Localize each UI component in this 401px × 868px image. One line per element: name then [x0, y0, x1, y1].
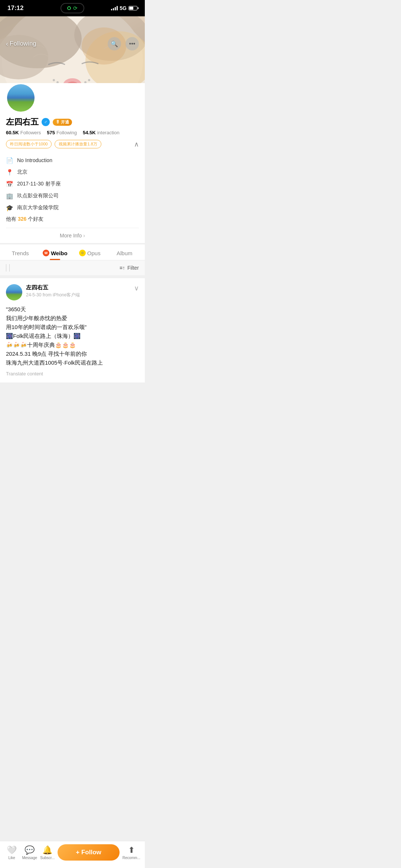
- username: 左四右五: [6, 116, 39, 128]
- date-icon: 📅: [6, 180, 13, 188]
- nav-right-actions: 🔍 •••: [108, 37, 139, 50]
- ellipsis-icon: •••: [129, 40, 136, 47]
- search-button[interactable]: 🔍: [108, 37, 121, 50]
- post-username[interactable]: 左四右五: [26, 284, 80, 291]
- profile-section: 左四右五 ♂ 🎖 开通 60.5K Followers 575 Followin…: [0, 83, 145, 243]
- opus-icon: ⚙: [79, 250, 86, 256]
- tab-trends[interactable]: Trends: [3, 244, 38, 260]
- tab-weibo[interactable]: W Weibo: [38, 244, 73, 260]
- intro-icon: 📄: [6, 157, 13, 164]
- more-info-chevron-icon: ›: [83, 233, 85, 239]
- avatar[interactable]: [6, 83, 36, 113]
- tab-album[interactable]: Album: [107, 244, 142, 260]
- interaction-label: interaction: [97, 130, 120, 135]
- collapse-icon[interactable]: ∧: [134, 140, 139, 148]
- network-type: 5G: [120, 5, 127, 11]
- friends-count: 326: [18, 216, 26, 222]
- info-intro: 📄 No Introduction: [6, 154, 139, 166]
- stats-row: 60.5K Followers 575 Following 54.5K inte…: [6, 130, 139, 135]
- interaction-count: 54.5K: [83, 130, 96, 135]
- tags-row: 昨日阅读数小于1000 视频累计播放量1.8万 ∧: [6, 140, 139, 148]
- school-text: 南京大学金陵学院: [17, 204, 59, 211]
- company-text: 玖点影业有限公司: [17, 193, 59, 199]
- vip-badge: 🎖 开通: [53, 119, 72, 126]
- dynamic-island: ⟳: [61, 3, 84, 13]
- post-date-source: 24-5-30 from iPhone客户端: [26, 292, 80, 298]
- post-expand-icon[interactable]: ∨: [134, 284, 139, 292]
- filter-button[interactable]: ≡↑ Filter: [120, 265, 139, 271]
- signal-icon: [111, 6, 118, 10]
- status-right: 5G: [111, 5, 137, 11]
- post-source: from iPhone客户端: [43, 292, 80, 297]
- followers-count: 60.5K: [6, 130, 19, 135]
- post-content: "3650天我们用少年般赤忱的热爱用10年的时间谱成的一首欢乐颂"🎆Folk民谣…: [6, 305, 139, 367]
- followers-label: Followers: [20, 130, 41, 135]
- post-user-info: 左四右五 24-5-30 from iPhone客户端: [6, 284, 80, 300]
- filter-dividers: [6, 264, 10, 272]
- svg-point-12: [53, 79, 55, 81]
- battery-icon: [128, 6, 137, 10]
- post-date: 24-5-30: [26, 292, 41, 297]
- tag-reads[interactable]: 昨日阅读数小于1000: [6, 140, 52, 148]
- following-stat[interactable]: 575 Following: [47, 130, 77, 135]
- post-text: "3650天我们用少年般赤忱的热爱用10年的时间谱成的一首欢乐颂"🎆Folk民谣…: [6, 306, 103, 366]
- more-info-button[interactable]: More Info ›: [6, 228, 139, 243]
- location-icon: 📍: [6, 168, 13, 176]
- weibo-icon: W: [43, 250, 49, 256]
- search-icon: 🔍: [111, 40, 118, 47]
- tab-trends-label: Trends: [12, 250, 29, 256]
- divider-1: [6, 264, 6, 272]
- back-chevron-icon: ‹: [6, 40, 8, 48]
- tag-views[interactable]: 视频累计播放量1.8万: [55, 140, 101, 148]
- avatar-row: [6, 83, 139, 113]
- tab-opus-label: Opus: [87, 250, 101, 256]
- followers-stat[interactable]: 60.5K Followers: [6, 130, 41, 135]
- back-button[interactable]: ‹ Following: [6, 40, 36, 48]
- intro-text: No Introduction: [17, 157, 52, 163]
- status-time: 17:12: [7, 4, 23, 12]
- translate-button[interactable]: Translate content: [6, 371, 139, 377]
- nav-header: ‹ Following 🔍 •••: [0, 33, 145, 55]
- tabs-bar: Trends W Weibo ⚙ Opus Album: [0, 244, 145, 260]
- post-meta-info: 左四右五 24-5-30 from iPhone客户端: [26, 284, 80, 298]
- more-info-label: More Info: [60, 233, 82, 239]
- more-button[interactable]: •••: [125, 37, 139, 50]
- status-bar: 17:12 ⟳ 5G: [0, 0, 145, 16]
- app-icon: ⟳: [73, 5, 78, 11]
- following-label: Following: [56, 130, 77, 135]
- divider-2: [9, 264, 10, 272]
- date-text: 2017-11-30 射手座: [17, 181, 61, 187]
- tab-opus[interactable]: ⚙ Opus: [72, 244, 107, 260]
- info-date: 📅 2017-11-30 射手座: [6, 178, 139, 190]
- interaction-stat[interactable]: 54.5K interaction: [83, 130, 120, 135]
- info-school: 🎓 南京大学金陵学院: [6, 202, 139, 214]
- post-avatar[interactable]: [6, 284, 22, 300]
- filter-icon: ≡↑: [120, 265, 125, 271]
- filter-bar: ≡↑ Filter: [0, 260, 145, 275]
- school-icon: 🎓: [6, 204, 13, 211]
- svg-point-15: [88, 79, 90, 81]
- filter-label: Filter: [127, 265, 139, 271]
- info-location: 📍 北京: [6, 166, 139, 178]
- back-label: Following: [10, 40, 36, 47]
- post-card: 左四右五 24-5-30 from iPhone客户端 ∨ "3650天我们用少…: [0, 278, 145, 382]
- company-icon: 🏢: [6, 192, 13, 200]
- location-text: 北京: [17, 169, 27, 175]
- info-list: 📄 No Introduction 📍 北京 📅 2017-11-30 射手座 …: [6, 153, 139, 226]
- friends-line: 他有 326 个好友: [6, 214, 139, 225]
- camera-dot: [67, 6, 71, 10]
- following-count: 575: [47, 130, 55, 135]
- verified-badge: ♂: [42, 118, 50, 126]
- post-header: 左四右五 24-5-30 from iPhone客户端 ∨: [6, 284, 139, 300]
- tab-album-label: Album: [117, 250, 133, 256]
- tab-weibo-label: Weibo: [51, 250, 68, 256]
- name-row: 左四右五 ♂ 🎖 开通: [6, 116, 139, 128]
- info-company: 🏢 玖点影业有限公司: [6, 190, 139, 202]
